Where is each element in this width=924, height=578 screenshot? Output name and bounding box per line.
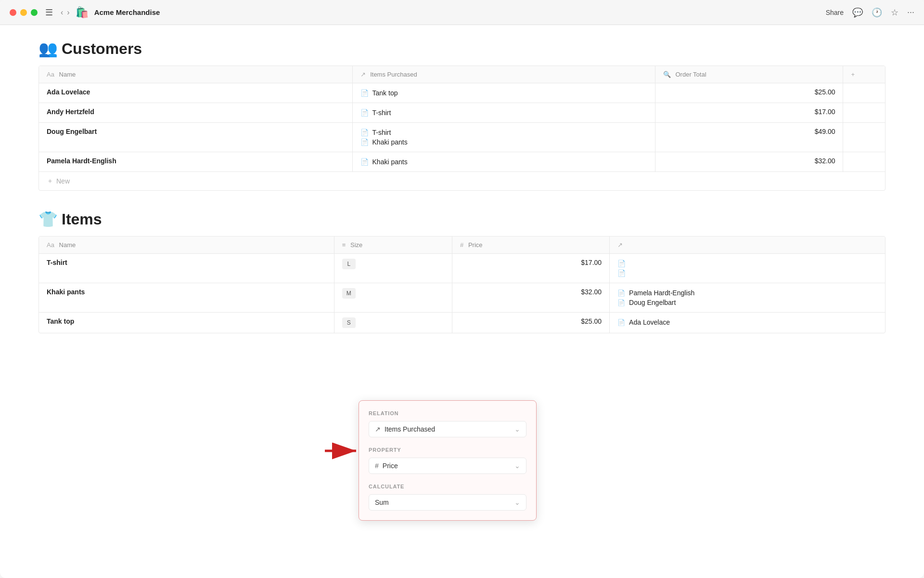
item-ref-cell: 📄 Ada Lovelace <box>610 313 885 333</box>
customer-ref-entry[interactable]: 📄 Pamela Hardt-English <box>617 288 877 298</box>
chevron-down-icon: ⌄ <box>514 462 520 470</box>
plus-icon: ＋ <box>47 177 53 185</box>
popup-property-value: Price <box>383 462 398 470</box>
customer-total-cell: $17.00 <box>655 103 843 123</box>
popup-relation-dropdown[interactable]: ↗ Items Purchased ⌄ <box>369 421 526 437</box>
popup-calculate-section: CALCULATE Sum ⌄ <box>369 484 526 511</box>
customer-items-cell: 📄 Khaki pants <box>352 152 655 172</box>
ref-doc-icon: 📄 <box>617 289 625 297</box>
titlebar-actions: Share 💬 🕐 ☆ ··· <box>826 7 914 18</box>
popup-calculate-value: Sum <box>375 499 389 506</box>
add-new-row-button[interactable]: ＋ New <box>47 177 877 185</box>
customers-title-text: Customers <box>62 40 142 58</box>
app-icon: 🛍️ <box>76 6 89 19</box>
minimize-button[interactable] <box>20 9 27 16</box>
item-price-cell: $17.00 <box>452 254 610 283</box>
maximize-button[interactable] <box>31 9 38 16</box>
total-col-icon: 🔍 <box>663 71 671 78</box>
star-icon[interactable]: ☆ <box>891 7 898 18</box>
item-price-cell: $25.00 <box>452 313 610 333</box>
customer-name-cell: Pamela Hardt-English <box>39 152 352 172</box>
arrow-icon <box>325 441 363 460</box>
items-col-header-name: Aa Name <box>39 236 334 254</box>
main-content: 👥 Customers Aa Name ↗ Items Purchas <box>0 25 924 578</box>
customer-ref-entry[interactable]: 📄 Doug Engelbart <box>617 298 877 307</box>
popup-relation-label: RELATION <box>369 410 526 416</box>
size-badge: M <box>342 288 356 299</box>
size-badge: S <box>342 317 356 328</box>
item-doc-icon: 📄 <box>617 269 626 277</box>
customer-items-cell: 📄 T-shirt <box>352 103 655 123</box>
traffic-lights <box>10 9 38 16</box>
item-entry[interactable]: 📄 Tank top <box>360 88 647 98</box>
name-col-icon: Aa <box>47 241 54 249</box>
items-table: Aa Name ≡ Size # Price <box>39 236 885 333</box>
item-entry[interactable]: 📄 T-shirt <box>360 128 647 137</box>
items-header-row: Aa Name ≡ Size # Price <box>39 236 885 254</box>
popup-property-dropdown[interactable]: # Price ⌄ <box>369 458 526 474</box>
nav-arrows: ‹ › <box>61 8 70 17</box>
table-row: Andy Hertzfeld 📄 T-shirt $17.00 <box>39 103 885 123</box>
close-button[interactable] <box>10 9 16 16</box>
table-row: Doug Engelbart 📄 T-shirt 📄 Khaki pants <box>39 123 885 152</box>
popup-relation-section: RELATION ↗ Items Purchased ⌄ <box>369 410 526 437</box>
item-doc-icon: 📄 <box>360 138 369 146</box>
items-col-header-price[interactable]: # Price <box>452 236 610 254</box>
customers-header-row: Aa Name ↗ Items Purchased 🔍 Order Total <box>39 66 885 83</box>
customer-name-cell: Andy Hertzfeld <box>39 103 352 123</box>
items-col-header-ref: ↗ <box>610 236 885 254</box>
customer-items-cell: 📄 T-shirt 📄 Khaki pants <box>352 123 655 152</box>
customers-section: 👥 Customers Aa Name ↗ Items Purchas <box>38 39 886 191</box>
item-entry[interactable]: 📄 T-shirt <box>360 108 647 118</box>
customers-table: Aa Name ↗ Items Purchased 🔍 Order Total <box>39 66 885 190</box>
customer-items-cell: 📄 Tank top <box>352 83 655 103</box>
arrow-indicator <box>325 441 363 460</box>
item-entry[interactable]: 📄 Khaki pants <box>360 137 647 147</box>
chevron-down-icon: ⌄ <box>514 425 520 433</box>
table-row: T-shirt L $17.00 📄 📄 <box>39 254 885 283</box>
col-header-add[interactable]: + <box>843 66 885 83</box>
item-ref-cell: 📄 Pamela Hardt-English 📄 Doug Engelbart <box>610 283 885 313</box>
history-icon[interactable]: 🕐 <box>872 7 882 18</box>
titlebar: ☰ ‹ › 🛍️ Acme Merchandise Share 💬 🕐 ☆ ··… <box>0 0 924 25</box>
table-row-new: ＋ New <box>39 172 885 191</box>
forward-button[interactable]: › <box>67 8 69 17</box>
customer-ref-entry[interactable]: 📄 Ada Lovelace <box>617 317 877 327</box>
col-header-order-total[interactable]: 🔍 Order Total <box>655 66 843 83</box>
back-button[interactable]: ‹ <box>61 8 63 17</box>
popup-property-label: PROPERTY <box>369 447 526 453</box>
customers-table-container: Aa Name ↗ Items Purchased 🔍 Order Total <box>38 66 886 191</box>
add-column-button[interactable]: + <box>851 71 855 78</box>
table-row: Tank top S $25.00 📄 Ada Lovelace <box>39 313 885 333</box>
chevron-down-icon: ⌄ <box>514 499 520 506</box>
property-hash-icon: # <box>375 462 379 470</box>
table-row: Ada Lovelace 📄 Tank top $25.00 <box>39 83 885 103</box>
customer-total-cell: $49.00 <box>655 123 843 152</box>
item-doc-icon: 📄 <box>360 109 369 117</box>
more-options-icon[interactable]: ··· <box>907 7 914 17</box>
popup-relation-value: Items Purchased <box>385 425 435 433</box>
popup-property-section: PROPERTY # Price ⌄ <box>369 447 526 474</box>
popup-calculate-dropdown[interactable]: Sum ⌄ <box>369 494 526 511</box>
item-size-cell: S <box>334 313 452 333</box>
item-size-cell: M <box>334 283 452 313</box>
item-ref-cell: 📄 📄 <box>610 254 885 283</box>
item-doc-icon: 📄 <box>360 89 369 97</box>
items-title: 👕 Items <box>38 210 886 228</box>
share-button[interactable]: Share <box>826 9 844 16</box>
ref-doc-icon: 📄 <box>617 319 625 326</box>
size-col-icon: ≡ <box>342 241 346 249</box>
item-entry[interactable]: 📄 Khaki pants <box>360 157 647 167</box>
comment-icon[interactable]: 💬 <box>852 7 863 18</box>
item-name-cell: T-shirt <box>39 254 334 283</box>
item-doc-icon: 📄 <box>360 129 369 136</box>
item-doc-icon: 📄 <box>617 260 626 267</box>
hamburger-menu[interactable]: ☰ <box>43 6 55 19</box>
popup-calculate-label: CALCULATE <box>369 484 526 489</box>
rollup-popup: RELATION ↗ Items Purchased ⌄ PROPERTY <box>359 400 537 521</box>
col-header-items-purchased[interactable]: ↗ Items Purchased <box>352 66 655 83</box>
items-col-header-size[interactable]: ≡ Size <box>334 236 452 254</box>
ref-doc-icon: 📄 <box>617 299 625 306</box>
col-header-name: Aa Name <box>39 66 352 83</box>
table-row: Pamela Hardt-English 📄 Khaki pants $32.0… <box>39 152 885 172</box>
